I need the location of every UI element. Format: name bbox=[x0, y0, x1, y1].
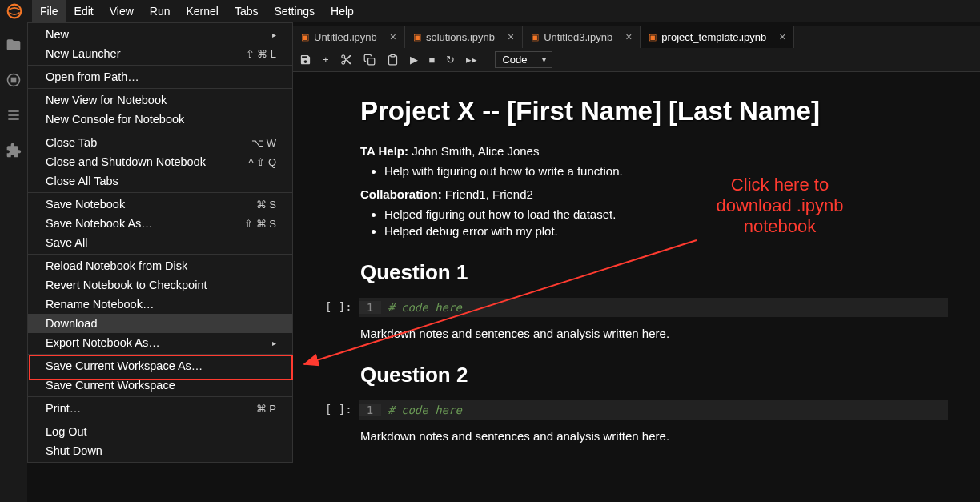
save-icon[interactable] bbox=[299, 54, 311, 66]
menu-item-close-tab[interactable]: Close Tab⌥ W bbox=[28, 133, 292, 152]
menu-item-reload-notebook-from-disk[interactable]: Reload Notebook from Disk bbox=[28, 256, 292, 275]
collab-list: Helped figuring out how to load the data… bbox=[384, 207, 948, 238]
code-area[interactable]: 1 # code here bbox=[359, 400, 948, 420]
tab-label: solutions.ipynb bbox=[426, 31, 495, 43]
menu-item-label: New View for Notebook bbox=[46, 94, 167, 106]
collab-value: Friend1, Friend2 bbox=[445, 187, 533, 201]
menu-kernel[interactable]: Kernel bbox=[178, 0, 226, 22]
fast-forward-icon[interactable]: ▸▸ bbox=[466, 54, 477, 66]
menu-item-close-all-tabs[interactable]: Close All Tabs bbox=[28, 171, 292, 191]
tab-solutions-ipynb[interactable]: ▣solutions.ipynb× bbox=[405, 26, 523, 48]
menu-item-print[interactable]: Print…⌘ P bbox=[28, 399, 292, 418]
ta-help-line: TA Help: John Smith, Alice Jones bbox=[360, 144, 948, 158]
menu-item-new[interactable]: New▸ bbox=[28, 25, 292, 44]
menu-item-open-from-path[interactable]: Open from Path… bbox=[28, 67, 292, 86]
notebook-icon: ▣ bbox=[649, 32, 657, 42]
ta-help-list: Help with figuring out how to write a fu… bbox=[384, 164, 948, 178]
menu-item-label: Rename Notebook… bbox=[46, 298, 154, 311]
menu-item-close-and-shutdown-notebook[interactable]: Close and Shutdown Notebook^ ⇧ Q bbox=[28, 152, 292, 171]
menu-item-new-console-for-notebook[interactable]: New Console for Notebook bbox=[28, 110, 292, 129]
menu-item-label: Close and Shutdown Notebook bbox=[46, 155, 206, 168]
menu-help[interactable]: Help bbox=[323, 0, 362, 22]
ta-help-value: John Smith, Alice Jones bbox=[412, 144, 539, 158]
menu-item-label: Shut Down bbox=[46, 444, 102, 457]
menu-item-shut-down[interactable]: Shut Down bbox=[28, 441, 292, 460]
menu-item-save-current-workspace[interactable]: Save Current Workspace bbox=[28, 375, 292, 395]
menu-item-new-view-for-notebook[interactable]: New View for Notebook bbox=[28, 90, 292, 110]
submenu-arrow-icon: ▸ bbox=[272, 339, 276, 347]
menu-item-label: New Console for Notebook bbox=[46, 113, 184, 126]
menu-item-save-notebook[interactable]: Save Notebook⌘ S bbox=[28, 195, 292, 214]
menu-item-revert-notebook-to-checkpoint[interactable]: Revert Notebook to Checkpoint bbox=[28, 275, 292, 295]
running-icon[interactable] bbox=[6, 72, 22, 88]
menu-item-label: Save Current Workspace As… bbox=[46, 359, 203, 372]
collab-label: Collaboration: bbox=[360, 187, 442, 201]
tab-Untitled-ipynb[interactable]: ▣Untitled.ipynb× bbox=[293, 26, 405, 48]
code-text: # code here bbox=[381, 404, 462, 416]
menu-item-label: Download bbox=[46, 317, 98, 330]
toc-icon[interactable] bbox=[6, 107, 22, 123]
code-cell[interactable]: [ ]: 1 # code here bbox=[325, 298, 948, 317]
svg-rect-2 bbox=[12, 78, 16, 82]
annotation-text: Click here to download .ipynb notebook bbox=[700, 175, 860, 237]
run-icon[interactable]: ▶ bbox=[410, 54, 418, 66]
tab-label: project_template.ipynb bbox=[661, 31, 766, 43]
menu-item-label: Log Out bbox=[46, 425, 87, 438]
list-item: Helped figuring out how to load the data… bbox=[384, 207, 948, 221]
folder-icon[interactable] bbox=[6, 37, 22, 53]
close-icon[interactable]: × bbox=[779, 30, 785, 43]
menu-view[interactable]: View bbox=[102, 0, 142, 22]
menu-item-label: Revert Notebook to Checkpoint bbox=[46, 279, 207, 291]
menu-item-rename-notebook[interactable]: Rename Notebook… bbox=[28, 295, 292, 314]
menu-item-label: Save Notebook As… bbox=[46, 217, 153, 230]
menu-item-label: Open from Path… bbox=[46, 70, 139, 83]
notebook-title: Project X -- [First Name] [Last Name] bbox=[360, 96, 948, 127]
question-1-heading: Question 1 bbox=[360, 260, 948, 285]
restart-icon[interactable]: ↻ bbox=[446, 54, 455, 66]
markdown-note: Markdown notes and sentences and analysi… bbox=[360, 327, 948, 340]
menu-edit[interactable]: Edit bbox=[66, 0, 102, 22]
menu-item-label: Reload Notebook from Disk bbox=[46, 259, 187, 272]
notebook-toolbar: + ▶ ■ ↻ ▸▸ Code ▾ bbox=[293, 48, 980, 72]
line-number: 1 bbox=[359, 404, 381, 416]
close-icon[interactable]: × bbox=[390, 30, 396, 43]
cell-type-select[interactable]: Code bbox=[495, 51, 552, 68]
submenu-arrow-icon: ▸ bbox=[272, 30, 276, 39]
tab-project_template-ipynb[interactable]: ▣project_template.ipynb× bbox=[641, 26, 794, 48]
menu-file[interactable]: File bbox=[32, 0, 66, 22]
tab-label: Untitled3.ipynb bbox=[544, 31, 612, 43]
extensions-icon[interactable] bbox=[6, 143, 22, 159]
menu-item-save-notebook-as[interactable]: Save Notebook As…⇧ ⌘ S bbox=[28, 214, 292, 233]
notebook-icon: ▣ bbox=[531, 32, 539, 42]
close-icon[interactable]: × bbox=[625, 30, 632, 43]
menu-item-new-launcher[interactable]: New Launcher⇧ ⌘ L bbox=[28, 44, 292, 63]
menu-item-save-current-workspace-as[interactable]: Save Current Workspace As… bbox=[28, 356, 292, 375]
stop-icon[interactable]: ■ bbox=[429, 54, 436, 66]
menu-item-label: Save All bbox=[46, 236, 87, 249]
copy-icon[interactable] bbox=[363, 54, 376, 66]
insert-icon[interactable]: + bbox=[323, 54, 329, 66]
notebook-icon: ▣ bbox=[413, 32, 421, 42]
cut-icon[interactable] bbox=[340, 54, 352, 66]
menubar: File Edit View Run Kernel Tabs Settings … bbox=[0, 0, 980, 22]
paste-icon[interactable] bbox=[387, 54, 399, 66]
menu-shortcut: ⌥ W bbox=[251, 137, 276, 149]
code-area[interactable]: 1 # code here bbox=[359, 298, 948, 317]
jupyter-logo bbox=[6, 3, 22, 19]
question-2-heading: Question 2 bbox=[360, 363, 948, 388]
menu-item-label: New bbox=[46, 28, 69, 41]
menu-item-download[interactable]: Download bbox=[28, 314, 292, 333]
cell-prompt: [ ]: bbox=[325, 300, 352, 313]
code-cell[interactable]: [ ]: 1 # code here bbox=[325, 400, 948, 420]
close-icon[interactable]: × bbox=[508, 30, 514, 43]
menu-item-save-all[interactable]: Save All bbox=[28, 233, 292, 252]
menu-item-label: Close All Tabs bbox=[46, 175, 118, 187]
menu-settings[interactable]: Settings bbox=[267, 0, 323, 22]
menu-item-log-out[interactable]: Log Out bbox=[28, 422, 292, 441]
menu-shortcut: ⌘ S bbox=[256, 199, 276, 211]
menu-shortcut: ⇧ ⌘ S bbox=[244, 218, 276, 230]
menu-item-export-notebook-as[interactable]: Export Notebook As…▸ bbox=[28, 333, 292, 352]
menu-run[interactable]: Run bbox=[142, 0, 179, 22]
menu-tabs[interactable]: Tabs bbox=[227, 0, 267, 22]
tab-Untitled3-ipynb[interactable]: ▣Untitled3.ipynb× bbox=[523, 26, 641, 48]
